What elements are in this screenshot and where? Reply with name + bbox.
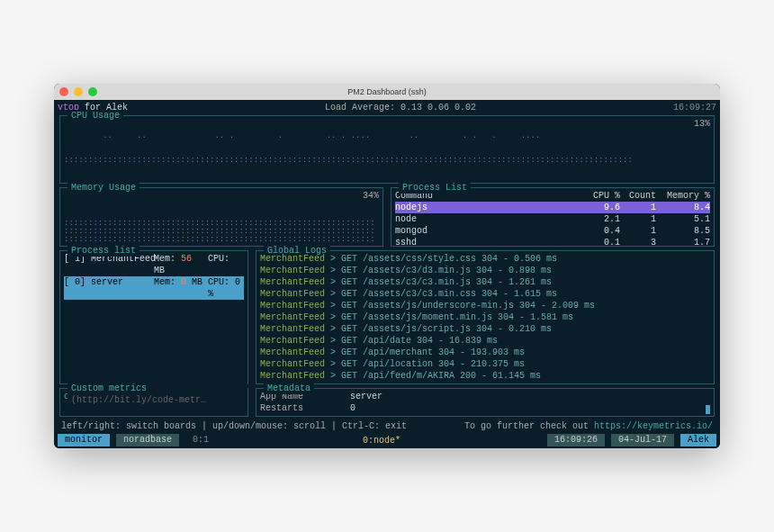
pm2-proclist-body[interactable]: [ 1]MerchantFeedMem: 56 MB CPU: [ 0]serv… [64,253,244,352]
proc-cpu: 9.6 [584,202,620,213]
meta-key: Restarts [260,402,350,414]
log-source: MerchantFeed [260,254,325,264]
memory-title: Memory Usage [68,182,140,194]
log-text: > GET /assets/js/script.js 304 - 0.210 m… [330,324,552,334]
log-source: MerchantFeed [260,312,325,322]
proc-cmd: node [395,213,584,225]
top-line: vtop for Alek Load Average: 0.13 0.06 0.… [58,102,716,113]
memory-sparkline: ::::::::::::::::::::::::::::::::::::::::… [64,220,379,244]
bottom-row: Custom metrics (http://bit.ly/code-metr…… [58,386,716,419]
proc-cpu: 0.4 [584,225,620,237]
proc-mem: Mem: 0 MB [154,276,208,300]
minimize-icon[interactable] [74,87,83,96]
memory-percent: 34% [363,190,379,202]
metadata-row: App Nameserver [260,391,710,402]
load-value: 0.13 0.06 0.02 [400,103,476,113]
mem-row: Memory Usage 34% :::::::::::::::::::::::… [58,185,716,248]
process-list-top-panel: Process List Command CPU % Count Memory … [391,187,715,247]
window-titlebar: PM2 Dashboard (ssh) [54,84,720,100]
sb-right: 16:09:26 04-Jul-17 Alek [547,434,716,446]
hints-left: left/right: switch boards | up/down/mous… [61,420,407,432]
log-text: > GET /assets/js/underscore-min.js 304 -… [330,301,595,311]
log-row: MerchantFeed > GET /api/location 304 - 2… [260,358,710,370]
log-source: MerchantFeed [260,301,325,311]
log-text: > GET /assets/css/style.css 304 - 0.506 … [330,254,557,264]
sb-pane: 0:1 [185,434,216,446]
maximize-icon[interactable] [88,87,97,96]
proc-mem: 8.4 [656,202,710,213]
log-row: MerchantFeed > GET /assets/c3/c3.min.css… [260,288,710,300]
proc-mem: 5.1 [656,213,710,225]
sb-date: 04-Jul-17 [611,434,674,446]
metadata-title: Metadata [264,383,314,394]
proc-count: 3 [620,237,656,248]
hints-right: To go further check out https://keymetri… [464,420,713,432]
log-row: MerchantFeed > GET /api/feed/m/AKIRA 200… [260,370,710,382]
log-row: MerchantFeed > GET /api/merchant 304 - 1… [260,347,710,358]
log-row: MerchantFeed > GET /api/date 304 - 16.83… [260,335,710,347]
load-label: Load Average: [325,103,395,113]
meta-value: 0 [350,402,356,414]
log-text: > GET /assets/js/moment.min.js 304 - 1.5… [330,312,573,322]
log-source: MerchantFeed [260,289,325,299]
memory-panel: Memory Usage 34% :::::::::::::::::::::::… [59,187,383,247]
log-source: MerchantFeed [260,324,325,334]
log-row: MerchantFeed > GET /assets/js/script.js … [260,323,710,335]
proc-name: server [91,276,154,300]
pm2-process-list-panel: Process list [ 1]MerchantFeedMem: 56 MB … [59,250,248,384]
proc-cpu: 0.1 [584,237,620,248]
cpu-sparkline: .. .. .. . . .. . .... .. . . . .... :::… [64,116,710,181]
log-source: MerchantFeed [260,371,325,381]
log-row: MerchantFeed > GET /assets/css/style.css… [260,253,710,265]
pm2-proclist-title: Process list [68,245,140,257]
close-icon[interactable] [59,87,68,96]
sb-host: noradbase [116,434,179,446]
proc-cmd: nodejs [395,202,584,213]
log-text: > GET /assets/c3/d3.min.js 304 - 0.898 m… [330,266,552,275]
terminal-body[interactable]: vtop for Alek Load Average: 0.13 0.06 0.… [54,100,720,448]
sb-window: 0:node* [216,435,547,446]
proclist-top-title: Process List [399,182,471,194]
log-source: MerchantFeed [260,336,325,346]
log-row: MerchantFeed > GET /assets/c3/c3.min.js … [260,276,710,288]
log-row: MerchantFeed > GET /assets/c3/d3.min.js … [260,265,710,276]
log-source: MerchantFeed [260,347,325,357]
logs-body[interactable]: MerchantFeed > GET /assets/css/style.css… [260,253,710,382]
proc-cpu: 2.1 [584,213,620,225]
log-source: MerchantFeed [260,266,325,275]
log-row: MerchantFeed > GET /assets/js/moment.min… [260,311,710,323]
proclist-body[interactable]: nodejs9.618.4node2.115.1mongod0.418.5ssh… [395,202,710,248]
log-text: > GET /api/date 304 - 16.839 ms [330,336,498,346]
process-row[interactable]: mongod0.418.5 [395,225,710,237]
global-logs-panel: Global Logs MerchantFeed > GET /assets/c… [256,250,715,384]
log-source: MerchantFeed [260,277,325,287]
hints-line: left/right: switch boards | up/down/mous… [58,419,716,434]
log-text: > GET /api/feed/m/AKIRA 200 - 61.145 ms [330,371,541,381]
metadata-row: Restarts0 [260,402,710,414]
log-text: > GET /api/location 304 - 210.375 ms [330,359,525,369]
metrics-link: (http://bit.ly/code-metr… [71,395,206,405]
proc-cmd: sshd [395,237,584,248]
proc-cpu: CPU: 0 % [208,276,244,300]
proc-mem: Mem: 56 MB [154,253,208,276]
load-average: Load Average: 0.13 0.06 0.02 [325,102,476,113]
proc-index: [ 0] [64,276,91,300]
window-title: PM2 Dashboard (ssh) [347,87,427,96]
metadata-body: App NameserverRestarts0 [260,391,710,414]
log-text: > GET /assets/c3/c3.min.css 304 - 1.615 … [330,289,557,299]
tmux-statusbar: monitor noradbase 0:1 0:node* 16:09:26 0… [58,434,716,446]
cpu-usage-panel: CPU Usage 13% .. .. .. . . .. . .... .. … [59,115,715,184]
pm2-process-row[interactable]: [ 0]serverMem: 0 MB CPU: 0 % [64,276,244,300]
scrollbar-thumb[interactable] [706,405,710,414]
proc-count: 1 [620,202,656,213]
custom-metrics-panel: Custom metrics (http://bit.ly/code-metr…… [59,388,248,417]
process-row[interactable]: nodejs9.618.4 [395,202,710,213]
process-row[interactable]: node2.115.1 [395,213,710,225]
sb-mode: monitor [58,434,110,446]
metadata-panel: Metadata App NameserverRestarts0 [256,388,715,417]
hdr-count: Count [620,190,656,202]
proc-mem: 1.7 [656,237,710,248]
hdr-mem: Memory % [656,190,710,202]
proc-count: 1 [620,225,656,237]
process-row[interactable]: sshd0.131.7 [395,237,710,248]
